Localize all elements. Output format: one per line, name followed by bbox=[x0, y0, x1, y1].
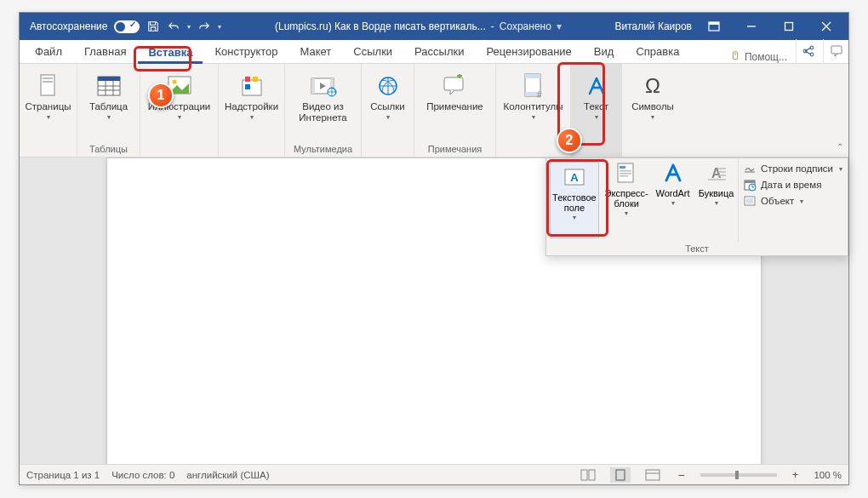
tab-home[interactable]: Главная bbox=[74, 41, 136, 63]
flyout-group-text: Текст bbox=[546, 242, 848, 255]
tab-layout[interactable]: Макет bbox=[290, 41, 342, 63]
user-name: Виталий Каиров bbox=[614, 20, 692, 32]
share-button[interactable] bbox=[796, 39, 821, 63]
tab-design[interactable]: Конструктор bbox=[204, 41, 288, 63]
qat-customize-icon[interactable]: ▾ bbox=[218, 23, 221, 31]
ribbon-options-button[interactable] bbox=[699, 13, 729, 40]
document-title: (Lumpics.ru) Как в Ворде писать вертикал… bbox=[275, 20, 486, 32]
chevron-down-icon: ▾ bbox=[386, 114, 390, 121]
minimize-button[interactable] bbox=[736, 13, 767, 40]
view-print-layout[interactable] bbox=[610, 467, 631, 483]
tab-file[interactable]: Файл bbox=[25, 41, 72, 63]
svg-rect-23 bbox=[253, 77, 258, 82]
autosave-label: Автосохранение bbox=[30, 20, 107, 32]
svg-text:Ω: Ω bbox=[645, 74, 660, 97]
symbols-button[interactable]: Ω Символы ▾ bbox=[625, 67, 680, 123]
svg-rect-3 bbox=[785, 23, 793, 31]
svg-rect-11 bbox=[43, 77, 53, 79]
signature-line-button[interactable]: Строки подписи▾ bbox=[743, 162, 842, 175]
drop-cap-button[interactable]: A Буквица ▾ bbox=[695, 158, 738, 242]
tab-review[interactable]: Рецензирование bbox=[476, 41, 581, 63]
group-media: Мультимедиа bbox=[288, 142, 357, 155]
wordart-button[interactable]: WordArt ▾ bbox=[651, 158, 695, 242]
svg-rect-42 bbox=[620, 166, 625, 169]
object-button[interactable]: Объект▾ bbox=[743, 194, 842, 208]
online-video-button[interactable]: Видео из Интернета bbox=[288, 67, 357, 126]
chevron-down-icon: ▾ bbox=[47, 114, 50, 121]
ribbon-tabs: Файл Главная Вставка Конструктор Макет С… bbox=[20, 40, 848, 64]
status-bar: Страница 1 из 1 Число слов: 0 английский… bbox=[20, 464, 848, 484]
undo-dropdown[interactable]: ▾ bbox=[187, 23, 191, 31]
ribbon-insert: Страницы ▾ Таблица ▾ Таблицы Иллюстрации bbox=[20, 64, 848, 157]
chevron-down-icon: ▾ bbox=[651, 114, 654, 121]
group-tables: Таблицы bbox=[81, 142, 136, 155]
collapse-ribbon-icon[interactable]: ⌃ bbox=[837, 142, 843, 152]
illustrations-button[interactable]: Иллюстрации ▾ bbox=[142, 67, 217, 123]
addins-button[interactable]: Надстройки ▾ bbox=[219, 67, 284, 123]
svg-rect-52 bbox=[745, 180, 755, 183]
text-button[interactable]: Текст ▾ bbox=[574, 67, 619, 123]
svg-text:A: A bbox=[570, 171, 579, 184]
links-button[interactable]: Ссылки ▾ bbox=[364, 67, 411, 123]
headers-footers-button[interactable]: # Колонтитулы ▾ bbox=[498, 67, 569, 123]
svg-rect-57 bbox=[746, 198, 753, 203]
tab-insert[interactable]: Вставка bbox=[138, 42, 203, 64]
status-language[interactable]: английский (США) bbox=[186, 470, 269, 480]
title-bar: Автосохранение ✓ ▾ ▾ (Lumpics.ru) Как в … bbox=[20, 13, 848, 40]
quick-parts-button[interactable]: Экспресс-блоки ▾ bbox=[602, 158, 651, 242]
svg-rect-24 bbox=[245, 84, 250, 89]
view-web-layout[interactable] bbox=[642, 467, 663, 483]
status-page[interactable]: Страница 1 из 1 bbox=[26, 470, 100, 480]
svg-rect-60 bbox=[616, 470, 625, 480]
tell-me-search[interactable]: Помощ... bbox=[729, 51, 794, 63]
autosave-toggle[interactable]: ✓ bbox=[114, 20, 140, 33]
svg-rect-9 bbox=[831, 46, 842, 54]
tab-help[interactable]: Справка bbox=[625, 41, 689, 63]
svg-text:#: # bbox=[537, 90, 542, 100]
word-window: Автосохранение ✓ ▾ ▾ (Lumpics.ru) Как в … bbox=[19, 12, 849, 485]
close-button[interactable] bbox=[811, 13, 842, 40]
chevron-down-icon: ▾ bbox=[595, 114, 598, 121]
group-comments: Примечания bbox=[418, 142, 492, 155]
date-time-button[interactable]: Дата и время bbox=[743, 178, 842, 192]
table-button[interactable]: Таблица ▾ bbox=[83, 67, 134, 123]
svg-rect-45 bbox=[620, 175, 628, 177]
comment-button[interactable]: Примечание bbox=[420, 67, 489, 115]
svg-rect-59 bbox=[589, 470, 595, 480]
tab-references[interactable]: Ссылки bbox=[343, 41, 403, 63]
chevron-down-icon: ▾ bbox=[178, 114, 181, 121]
save-icon[interactable] bbox=[146, 20, 160, 33]
svg-rect-58 bbox=[581, 470, 587, 480]
zoom-level[interactable]: 100 % bbox=[814, 470, 842, 480]
svg-rect-22 bbox=[245, 77, 250, 82]
maximize-button[interactable] bbox=[774, 13, 804, 40]
svg-rect-61 bbox=[646, 470, 660, 480]
svg-rect-44 bbox=[620, 173, 631, 175]
text-flyout: A Текстовое поле ▾ Экспресс-блоки ▾ Word… bbox=[545, 157, 848, 256]
status-wordcount[interactable]: Число слов: 0 bbox=[111, 470, 174, 480]
document-saved-status: Сохранено bbox=[500, 20, 551, 32]
view-read-mode[interactable] bbox=[578, 467, 598, 483]
svg-rect-14 bbox=[98, 77, 120, 81]
svg-rect-35 bbox=[525, 74, 540, 78]
pages-button[interactable]: Страницы ▾ bbox=[20, 67, 77, 123]
svg-rect-43 bbox=[620, 170, 631, 172]
svg-rect-12 bbox=[43, 81, 53, 83]
svg-rect-31 bbox=[444, 77, 463, 90]
tab-mailings[interactable]: Рассылки bbox=[404, 41, 474, 63]
svg-point-5 bbox=[734, 53, 737, 55]
text-box-button[interactable]: A Текстовое поле ▾ bbox=[550, 162, 599, 238]
svg-point-20 bbox=[172, 80, 176, 84]
zoom-out[interactable]: − bbox=[675, 468, 688, 482]
comments-pane-button[interactable] bbox=[823, 39, 848, 63]
zoom-in[interactable]: + bbox=[789, 468, 802, 481]
chevron-down-icon: ▾ bbox=[107, 114, 111, 121]
chevron-down-icon: ▾ bbox=[532, 114, 535, 121]
svg-rect-1 bbox=[709, 22, 719, 25]
chevron-down-icon: ▾ bbox=[250, 114, 254, 121]
tab-view[interactable]: Вид bbox=[584, 41, 625, 63]
zoom-slider[interactable] bbox=[700, 473, 777, 477]
svg-rect-26 bbox=[311, 78, 315, 94]
redo-icon[interactable] bbox=[197, 20, 211, 33]
undo-icon[interactable] bbox=[167, 20, 180, 33]
